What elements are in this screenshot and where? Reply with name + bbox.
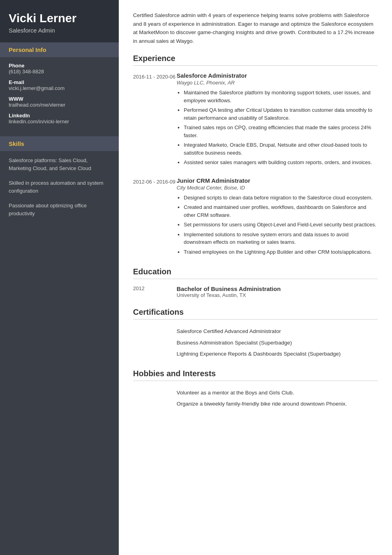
exp1-bullet-2: Performed QA testing after Critical Upda… xyxy=(184,106,378,122)
exp2-bullets: Designed scripts to clean data before mi… xyxy=(177,194,378,256)
exp1-company: Waygo LLC, Phoenix, AR xyxy=(177,80,378,86)
exp1-body: Salesforce Administrator Waygo LLC, Phoe… xyxy=(177,72,378,168)
email-value: vicki.j.lerner@gmail.com xyxy=(9,85,110,91)
email-item: E-mail vicki.j.lerner@gmail.com xyxy=(9,79,110,91)
hobbies-section: Hobbies and Interests Volunteer as a men… xyxy=(133,369,378,410)
exp1-title: Salesforce Administrator xyxy=(177,72,378,79)
phone-label: Phone xyxy=(9,63,110,69)
skills-content: Salesforce platforms: Sales Cloud, Marke… xyxy=(0,151,119,232)
exp2-company: City Medical Center, Boise, ID xyxy=(177,185,378,191)
education-entry-1: 2012 Bachelor of Business Administration… xyxy=(133,285,378,298)
experience-heading: Experience xyxy=(133,54,378,66)
cert-2: Business Administration Specialist (Supe… xyxy=(133,337,378,348)
experience-entry-1: 2016-11 - 2020-06 Salesforce Administrat… xyxy=(133,72,378,168)
edu1-school: University of Texas, Austin, TX xyxy=(177,292,281,298)
phone-item: Phone (618) 348-8828 xyxy=(9,63,110,75)
skills-heading: Skills xyxy=(0,136,119,151)
exp2-bullet-4: Implemented solutions to resolve system … xyxy=(184,231,378,246)
cert-1: Salesforce Certified Advanced Administra… xyxy=(133,326,378,337)
exp1-bullet-1: Maintained the Salesforce platform by mo… xyxy=(184,89,378,104)
exp2-body: Junior CRM Administrator City Medical Ce… xyxy=(177,177,378,258)
exp2-bullet-2: Created and maintained user profiles, wo… xyxy=(184,203,378,219)
cert-3: Lightning Experience Reports & Dashboard… xyxy=(133,348,378,360)
skill-3: Passionate about optimizing office produ… xyxy=(9,202,110,217)
exp1-bullet-4: Integrated Marketo, Oracle EBS, Drupal, … xyxy=(184,141,378,157)
personal-info-heading: Personal Info xyxy=(0,42,119,57)
sidebar: Vicki Lerner Salesforce Admin Personal I… xyxy=(0,0,119,555)
linkedin-value: linkedin.com/in/vicki-lerner xyxy=(9,119,110,124)
candidate-title: Salesforce Admin xyxy=(9,27,110,34)
exp1-bullet-3: Trained sales reps on CPQ, creating effi… xyxy=(184,124,378,139)
hobby-2: Organize a biweekly family-friendly bike… xyxy=(133,398,378,410)
exp1-bullet-5: Assisted senior sales managers with buil… xyxy=(184,159,378,166)
www-value: trailhead.com/me/vlerner xyxy=(9,102,110,108)
exp2-bullet-5: Trained employees on the Lightning App B… xyxy=(184,248,378,256)
education-section: Education 2012 Bachelor of Business Admi… xyxy=(133,267,378,298)
edu1-year: 2012 xyxy=(133,285,177,298)
exp1-bullets: Maintained the Salesforce platform by mo… xyxy=(177,89,378,166)
sidebar-header: Vicki Lerner Salesforce Admin xyxy=(0,0,119,42)
exp2-bullet-3: Set permissions for users using Object-L… xyxy=(184,221,378,229)
skill-1: Salesforce platforms: Sales Cloud, Marke… xyxy=(9,157,110,172)
skill-2: Skilled in process automation and system… xyxy=(9,179,110,195)
edu1-degree: Bachelor of Business Administration xyxy=(177,285,281,292)
personal-info-content: Phone (618) 348-8828 E-mail vicki.j.lern… xyxy=(0,57,119,136)
www-item: WWW trailhead.com/me/vlerner xyxy=(9,96,110,108)
candidate-name: Vicki Lerner xyxy=(9,11,110,25)
exp2-title: Junior CRM Administrator xyxy=(177,177,378,184)
experience-entry-2: 2012-06 - 2016-09 Junior CRM Administrat… xyxy=(133,177,378,258)
exp2-bullet-1: Designed scripts to clean data before mi… xyxy=(184,194,378,202)
exp2-dates: 2012-06 - 2016-09 xyxy=(133,177,177,258)
experience-section: Experience 2016-11 - 2020-06 Salesforce … xyxy=(133,54,378,258)
exp1-dates: 2016-11 - 2020-06 xyxy=(133,72,177,168)
main-content: Certified Salesforce admin with 4 years … xyxy=(119,0,392,555)
linkedin-item: LinkedIn linkedin.com/in/vicki-lerner xyxy=(9,113,110,124)
linkedin-label: LinkedIn xyxy=(9,113,110,119)
email-label: E-mail xyxy=(9,79,110,85)
www-label: WWW xyxy=(9,96,110,102)
edu1-body: Bachelor of Business Administration Univ… xyxy=(177,285,281,298)
summary-text: Certified Salesforce admin with 4 years … xyxy=(133,11,378,45)
hobby-1: Volunteer as a mentor at the Boys and Gi… xyxy=(133,387,378,398)
certifications-heading: Certifications xyxy=(133,308,378,320)
education-heading: Education xyxy=(133,267,378,279)
hobbies-heading: Hobbies and Interests xyxy=(133,369,378,381)
certifications-section: Certifications Salesforce Certified Adva… xyxy=(133,308,378,360)
phone-value: (618) 348-8828 xyxy=(9,69,110,75)
